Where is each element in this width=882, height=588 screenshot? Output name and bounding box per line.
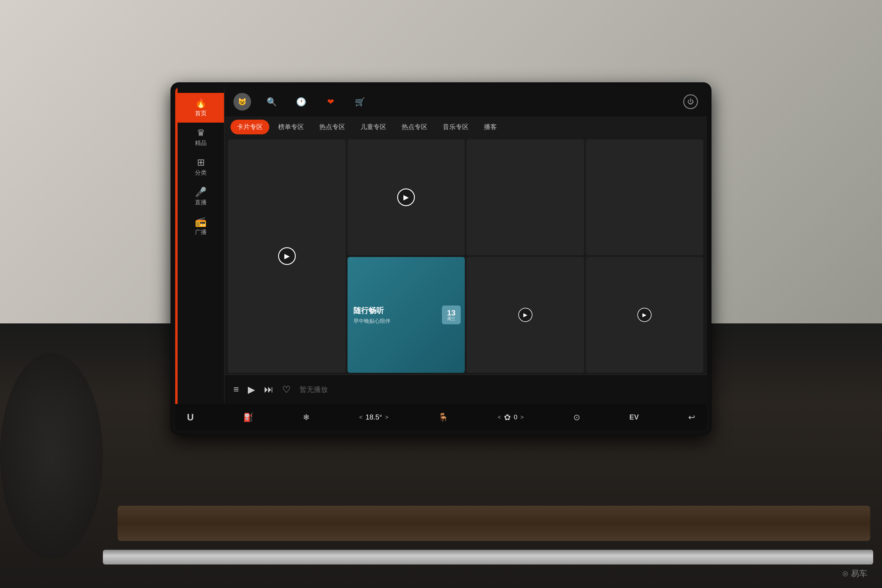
system-bar: U ⛽ ❄ < 18.5° > 🪑 < ✿ (175, 404, 707, 430)
tab-boke[interactable]: 播客 (477, 120, 503, 134)
grid-icon: ⊞ (197, 158, 205, 167)
screen-bezel: 🔥 首页 ♛ 精品 ⊞ 分类 🎤 直播 (171, 82, 711, 435)
screen: 🔥 首页 ♛ 精品 ⊞ 分类 🎤 直播 (175, 87, 707, 430)
steering-wheel (0, 353, 103, 559)
temp-increase-button[interactable]: > (385, 414, 388, 421)
fan-icon: ✿ (504, 412, 511, 422)
media-cell-bot3[interactable]: ▶ (466, 257, 584, 373)
sidebar-radio-label: 广播 (195, 228, 207, 236)
seat-item[interactable]: 🪑 (438, 412, 448, 422)
featured-card[interactable]: ▶ (228, 140, 346, 373)
screen-container: 🔥 首页 ♛ 精品 ⊞ 分类 🎤 直播 (171, 82, 711, 435)
sidebar-item-category[interactable]: ⊞ 分类 (178, 152, 224, 182)
fan-control: < ✿ 0 > (498, 412, 524, 422)
cart-icon[interactable]: 🛒 (351, 93, 369, 111)
main-content: 🔥 首页 ♛ 精品 ⊞ 分类 🎤 直播 (175, 87, 707, 404)
easycar-watermark: ⊙ 易车 (842, 568, 867, 579)
tab-ertong[interactable]: 儿童专区 (354, 120, 393, 134)
sidebar-premium-label: 精品 (195, 139, 207, 147)
fire-icon: 🔥 (195, 98, 207, 108)
power-button[interactable]: ⏻ (683, 94, 698, 109)
history-icon[interactable]: 🕐 (292, 93, 310, 111)
featured-play-button[interactable]: ▶ (278, 247, 296, 265)
auto-drive-item[interactable]: ⊙ (573, 412, 580, 422)
search-icon[interactable]: 🔍 (263, 93, 280, 111)
u-icon: U (187, 412, 194, 423)
sidebar-item-premium[interactable]: ♛ 精品 (178, 123, 224, 152)
ev-label: EV (630, 413, 639, 421)
fuel-item[interactable]: ⛽ (243, 412, 254, 422)
fan-increase-button[interactable]: > (520, 414, 524, 421)
tab-yinyue[interactable]: 音乐专区 (436, 120, 475, 134)
seat-icon: 🪑 (438, 412, 448, 422)
tab-redian1[interactable]: 热点专区 (313, 120, 352, 134)
player-status-text: 暂无播放 (300, 385, 698, 394)
radio-icon: 📻 (195, 217, 207, 226)
playlist-icon[interactable]: ≡ (233, 384, 239, 395)
media-cell-bot4[interactable]: ▶ (586, 257, 704, 373)
tab-redian2[interactable]: 热点专区 (395, 120, 434, 134)
u-logo-item: U (187, 412, 194, 423)
easycar-icon: ⊙ (842, 569, 849, 578)
temp-value: 18.5° (366, 413, 382, 421)
tab-kapianzhuanqu[interactable]: 卡片专区 (231, 120, 269, 134)
avatar-icon[interactable]: 😺 (233, 93, 251, 111)
fan-value: 0 (514, 413, 517, 421)
sidebar-item-radio[interactable]: 📻 广播 (178, 212, 224, 242)
banner-date-weekday: 周三 (447, 316, 455, 321)
top-bar: 😺 🔍 🕐 ❤ 🛒 ⏻ (225, 87, 707, 116)
media-cell-top2-play[interactable]: ▶ (397, 189, 415, 206)
media-cell-top4[interactable] (586, 140, 704, 255)
fuel-icon: ⛽ (243, 412, 254, 422)
banner-card[interactable]: 随行畅听 早中晚贴心陪伴 13 周三 (348, 257, 465, 373)
favorites-icon[interactable]: ❤ (322, 93, 339, 111)
mic-icon: 🎤 (195, 187, 207, 196)
play-pause-button[interactable]: ▶ (248, 384, 255, 395)
ev-item[interactable]: EV (630, 413, 639, 421)
back-item[interactable]: ↩ (688, 412, 695, 422)
next-track-button[interactable]: ⏭ (264, 384, 273, 395)
sidebar-home-label: 首页 (195, 110, 207, 117)
tab-bangdan[interactable]: 榜单专区 (272, 120, 310, 134)
auto-icon: ⊙ (573, 412, 580, 422)
chrome-strip (103, 550, 873, 564)
top-bar-icons: 😺 🔍 🕐 ❤ 🛒 (233, 93, 369, 111)
back-icon: ↩ (688, 412, 695, 422)
easycar-brand: 易车 (851, 569, 867, 578)
category-tabs: 卡片专区 榜单专区 热点专区 儿童专区 热点专区 音乐专区 播客 (225, 116, 707, 138)
sidebar-category-label: 分类 (195, 169, 207, 177)
ac-icon: ❄ (303, 412, 310, 422)
sidebar: 🔥 首页 ♛ 精品 ⊞ 分类 🎤 直播 (178, 87, 225, 404)
ac-item[interactable]: ❄ (303, 412, 310, 422)
player-bar: ≡ ▶ ⏭ ♡ 暂无播放 (225, 375, 707, 404)
temp-decrease-button[interactable]: < (359, 414, 363, 421)
media-cell-top3[interactable] (466, 140, 584, 255)
temp-control: < 18.5° > (359, 413, 388, 421)
wood-trim (118, 506, 870, 541)
fan-decrease-button[interactable]: < (498, 414, 501, 421)
sidebar-item-live[interactable]: 🎤 直播 (178, 182, 224, 212)
media-grid: ▶ ▶ (225, 138, 707, 375)
media-cell-bot4-play[interactable]: ▶ (638, 308, 651, 322)
sidebar-item-home[interactable]: 🔥 首页 (178, 93, 224, 123)
media-cell-bot3-play[interactable]: ▶ (518, 308, 532, 322)
sidebar-live-label: 直播 (195, 198, 207, 206)
banner-date-number: 13 (447, 309, 456, 316)
media-cell-top2[interactable]: ▶ (348, 140, 465, 255)
content-area: 😺 🔍 🕐 ❤ 🛒 ⏻ 卡片专区 榜单专区 热点专区 儿童专区 (225, 87, 707, 404)
crown-icon: ♛ (196, 128, 205, 137)
heart-icon[interactable]: ♡ (282, 384, 291, 395)
accent-bar (175, 87, 178, 404)
